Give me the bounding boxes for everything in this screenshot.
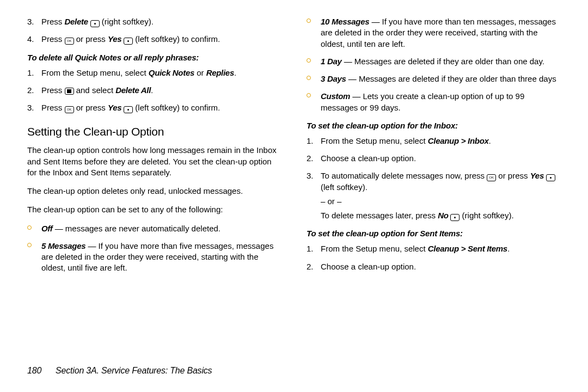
softkey-icon [90,20,100,27]
page-footer: 180 Section 3A. Service Features: The Ba… [27,366,212,376]
bullet-icon [307,16,321,50]
softkey-icon [450,214,460,221]
ordered-list-2: 1. From the Setup menu, select Quick Not… [27,68,281,114]
list-content: Press OK or press Yes (left softkey) to … [41,34,281,45]
list-number: 4. [27,34,41,45]
ok-key-icon: OK [65,106,74,113]
sub-heading: To delete all Quick Notes or all reply p… [27,53,281,62]
left-column: 3. Press Delete (right softkey). 4. Pres… [27,14,281,348]
alternative: To delete messages later, press No (righ… [321,210,561,221]
list-item: 3. Press Delete (right softkey). [27,16,281,27]
bullet-item: 5 Messages — If you have more than five … [27,241,281,274]
paragraph: The clean-up option can be set to any of… [27,204,281,215]
bullet-item: 1 Day — Messages are deleted if they are… [307,56,561,67]
list-item: 1. From the Setup menu, select Quick Not… [27,68,281,78]
softkey-icon [124,38,133,45]
bullet-list: Off — messages are never automatically d… [27,223,281,274]
section-heading: Setting the Clean-up Option [27,125,281,138]
bullet-item: 3 Days — Messages are deleted if they ar… [307,74,561,84]
list-number: 3. [27,16,41,27]
list-item: 3. To automatically delete messages now,… [307,170,561,221]
ordered-list-sent: 1. From the Setup menu, select Cleanup >… [307,243,561,272]
list-item: 2. Choose a clean-up option. [307,261,561,272]
or-separator: – or – [321,196,561,207]
list-item: 1. From the Setup menu, select Cleanup >… [307,243,561,254]
softkey-icon [546,174,555,181]
ordered-list-1: 3. Press Delete (right softkey). 4. Pres… [27,16,281,45]
paragraph: The clean-up option controls how long me… [27,145,281,178]
bullet-item: 10 Messages — If you have more than ten … [307,16,561,50]
section-title: Section 3A. Service Features: The Basics [56,366,212,376]
sub-heading: To set the clean-up option for the Inbox… [307,121,561,130]
bullet-icon [307,74,321,84]
bullet-item: Off — messages are never automatically d… [27,223,281,234]
bullet-list: 10 Messages — If you have more than ten … [307,16,561,113]
bullet-icon [307,56,321,67]
right-column: 10 Messages — If you have more than ten … [307,14,561,348]
menu-key-icon [65,88,74,95]
ordered-list-inbox: 1. From the Setup menu, select Cleanup >… [307,136,561,222]
page-number: 180 [27,366,41,376]
bullet-item: Custom — Lets you create a clean-up opti… [307,91,561,113]
list-item: 2. Press and select Delete All. [27,85,281,96]
list-item: 1. From the Setup menu, select Cleanup >… [307,136,561,146]
bullet-icon [27,223,41,234]
paragraph: The clean-up option deletes only read, u… [27,186,281,197]
page-body: 3. Press Delete (right softkey). 4. Pres… [0,0,588,348]
ok-key-icon: OK [65,38,74,45]
list-content: Press Delete (right softkey). [41,16,281,27]
bullet-icon [307,91,321,113]
ok-key-icon: OK [487,174,496,181]
softkey-icon [124,106,133,113]
bullet-icon [27,241,41,274]
list-item: 2. Choose a clean-up option. [307,153,561,164]
list-item: 3. Press OK or press Yes (left softkey) … [27,102,281,113]
sub-heading: To set the clean-up option for Sent Item… [307,229,561,238]
list-item: 4. Press OK or press Yes (left softkey) … [27,34,281,45]
